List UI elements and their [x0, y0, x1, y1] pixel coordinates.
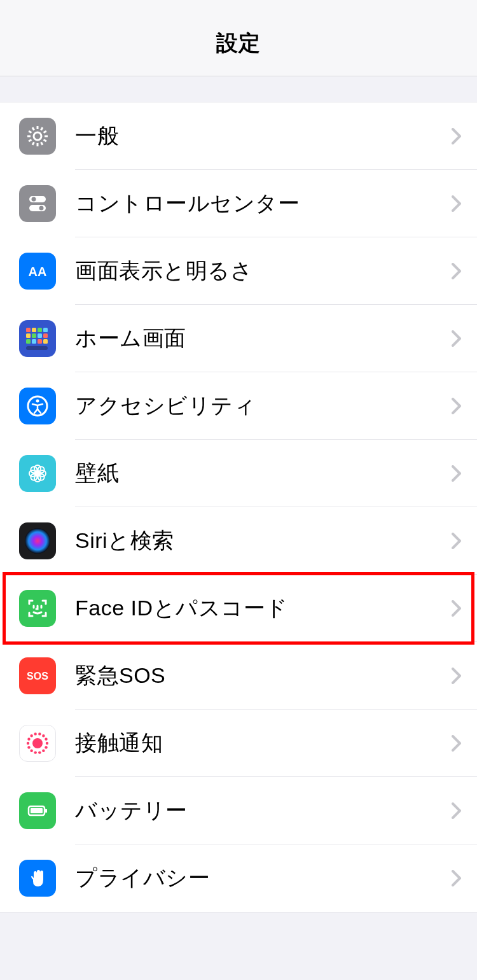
- settings-row-label: Siriと検索: [75, 526, 452, 556]
- chevron-right-icon: [452, 330, 462, 347]
- settings-row-wallpaper[interactable]: 壁紙: [0, 440, 477, 507]
- chevron-right-icon: [452, 735, 462, 752]
- chevron-right-icon: [452, 668, 462, 684]
- svg-line-12: [44, 131, 46, 133]
- settings-row-siri[interactable]: Siriと検索: [0, 507, 477, 575]
- svg-rect-30: [26, 346, 48, 350]
- svg-rect-64: [45, 809, 47, 813]
- siri-icon: [19, 522, 56, 559]
- svg-rect-27: [32, 339, 36, 344]
- chevron-right-icon: [452, 533, 462, 549]
- svg-point-47: [32, 738, 43, 748]
- chevron-right-icon: [452, 870, 462, 886]
- svg-rect-20: [38, 328, 42, 332]
- settings-row-battery[interactable]: バッテリー: [0, 777, 477, 844]
- chevron-right-icon: [452, 263, 462, 279]
- svg-point-61: [45, 738, 47, 740]
- svg-point-58: [34, 732, 36, 735]
- sos-icon: SOS: [19, 657, 56, 694]
- header: 設定: [0, 0, 477, 76]
- settings-row-display[interactable]: AA画面表示と明るさ: [0, 237, 477, 305]
- svg-point-53: [30, 750, 32, 752]
- svg-rect-18: [26, 328, 31, 332]
- battery-icon: [19, 792, 56, 829]
- settings-row-accessibility[interactable]: アクセシビリティ: [0, 372, 477, 440]
- settings-row-label: コントロールセンター: [75, 189, 452, 218]
- svg-point-32: [36, 400, 39, 403]
- settings-row-home[interactable]: ホーム画面: [0, 305, 477, 372]
- spacer: [0, 76, 477, 102]
- settings-row-label: 一般: [75, 122, 452, 151]
- svg-line-6: [29, 140, 31, 142]
- faceid-icon: [19, 590, 56, 627]
- flower-icon: [19, 455, 56, 492]
- settings-row-general[interactable]: 一般: [0, 102, 477, 170]
- settings-row-label: アクセシビリティ: [75, 391, 452, 421]
- svg-rect-22: [26, 333, 31, 338]
- svg-line-5: [32, 143, 34, 145]
- spacer-bottom: [0, 913, 477, 957]
- settings-row-control[interactable]: コントロールセンター: [0, 170, 477, 237]
- chevron-right-icon: [452, 802, 462, 819]
- chevron-right-icon: [452, 128, 462, 144]
- svg-line-2: [44, 140, 46, 142]
- settings-row-label: バッテリー: [75, 796, 452, 825]
- aa-icon: AA: [19, 253, 56, 290]
- svg-rect-28: [38, 339, 42, 344]
- settings-row-label: プライバシー: [75, 864, 452, 893]
- svg-point-57: [30, 734, 32, 737]
- settings-row-label: 壁紙: [75, 459, 452, 488]
- settings-row-exposure[interactable]: 接触通知: [0, 710, 477, 777]
- svg-point-0: [34, 132, 41, 140]
- svg-point-14: [32, 197, 36, 202]
- svg-point-41: [35, 471, 40, 476]
- svg-point-48: [46, 742, 48, 745]
- svg-rect-26: [26, 339, 31, 344]
- switches-icon: [19, 185, 56, 222]
- svg-line-3: [41, 143, 43, 145]
- svg-rect-21: [43, 328, 48, 332]
- svg-text:AA: AA: [29, 265, 47, 279]
- svg-line-11: [41, 127, 43, 130]
- settings-row-faceid[interactable]: Face IDとパスコード: [0, 575, 477, 642]
- svg-point-51: [38, 751, 41, 753]
- chevron-right-icon: [452, 465, 462, 482]
- svg-point-49: [45, 746, 47, 748]
- chevron-right-icon: [452, 398, 462, 414]
- svg-text:SOS: SOS: [27, 671, 48, 682]
- svg-point-60: [42, 734, 45, 737]
- gear-icon: [19, 118, 56, 155]
- svg-point-52: [34, 751, 36, 753]
- svg-line-8: [29, 131, 31, 133]
- settings-list: 一般コントロールセンターAA画面表示と明るさホーム画面アクセシビリティ壁紙Sir…: [0, 102, 477, 913]
- svg-rect-23: [32, 333, 36, 338]
- settings-row-privacy[interactable]: プライバシー: [0, 844, 477, 912]
- settings-row-label: 緊急SOS: [75, 661, 452, 690]
- svg-point-54: [27, 746, 30, 748]
- settings-row-sos[interactable]: SOS緊急SOS: [0, 642, 477, 710]
- hand-icon: [19, 860, 56, 897]
- settings-row-label: ホーム画面: [75, 324, 452, 353]
- svg-rect-25: [43, 333, 48, 338]
- chevron-right-icon: [452, 195, 462, 212]
- exposure-icon: [19, 725, 56, 762]
- svg-point-50: [42, 750, 45, 752]
- svg-point-43: [25, 528, 50, 554]
- svg-rect-19: [32, 328, 36, 332]
- svg-point-16: [39, 206, 44, 211]
- settings-row-label: 画面表示と明るさ: [75, 256, 452, 286]
- access-icon: [19, 388, 56, 424]
- settings-row-label: Face IDとパスコード: [75, 594, 452, 623]
- svg-rect-24: [38, 333, 42, 338]
- svg-rect-63: [31, 808, 43, 813]
- page-title: 設定: [216, 29, 261, 58]
- svg-point-55: [27, 742, 29, 745]
- svg-rect-29: [43, 339, 48, 344]
- svg-point-59: [38, 732, 41, 735]
- chevron-right-icon: [452, 600, 462, 617]
- settings-row-label: 接触通知: [75, 729, 452, 758]
- apps-icon: [19, 320, 56, 357]
- svg-point-56: [27, 738, 30, 740]
- svg-line-9: [32, 127, 34, 130]
